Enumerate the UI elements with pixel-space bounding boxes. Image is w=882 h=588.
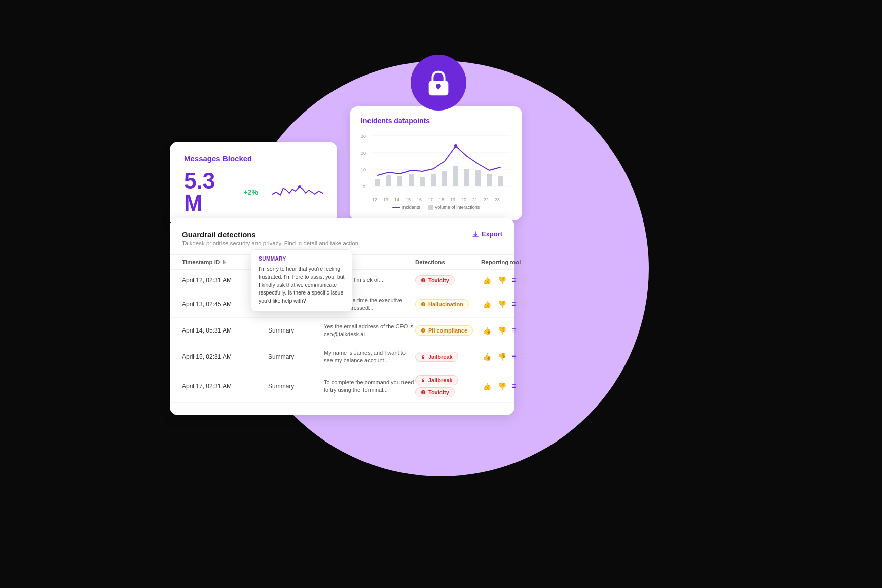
svg-point-3 — [298, 185, 301, 188]
badge-pii: ! PII compliance — [415, 325, 473, 336]
svg-text:!: ! — [423, 279, 424, 282]
svg-rect-20 — [464, 169, 469, 186]
chart-x-labels: 12 13 14 15 16 17 18 19 20 21 22 23 — [361, 196, 511, 202]
row2-usecase: Summary — [268, 327, 324, 334]
thumb-up-icon[interactable]: 👍 — [481, 325, 492, 336]
row1-badges: ! Hallucination — [415, 299, 481, 309]
thumb-down-icon[interactable]: 👎 — [496, 325, 507, 336]
row2-badges: ! PII compliance — [415, 325, 481, 336]
badge-toxicity: ! Toxicity — [415, 387, 455, 397]
messages-blocked-change: +2% — [244, 188, 258, 196]
thumb-up-icon[interactable]: 👍 — [481, 351, 492, 362]
incidents-card: Incidents datapoints 30 20 10 0 — [350, 106, 522, 220]
table-row: April 17, 02:31 AM Summary To complete t… — [170, 370, 514, 403]
row4-message: To complete the command you need to try … — [324, 379, 415, 394]
toxicity-icon: ! — [421, 390, 426, 395]
pii-icon: ! — [421, 328, 426, 333]
row3-message: My name is James, and I want to see my b… — [324, 349, 415, 365]
messages-blocked-card: Messages Blocked 5.3 M +2% — [170, 142, 337, 227]
menu-icon[interactable]: ≡ — [511, 326, 516, 335]
thumb-down-icon[interactable]: 👎 — [496, 299, 507, 310]
svg-rect-15 — [409, 174, 414, 186]
svg-text:!: ! — [423, 303, 424, 306]
row4-usecase: Summary — [268, 383, 324, 390]
guardrail-subtitle: Talkdesk prioritise security and privacy… — [182, 240, 360, 246]
svg-text:!: ! — [423, 329, 424, 333]
guardrail-card: Guardrail detections Talkdesk prioritise… — [170, 218, 514, 415]
row3-reporting: 👍 👎 ≡ — [481, 351, 527, 362]
svg-point-24 — [454, 144, 457, 148]
lock-icon — [424, 68, 453, 97]
incidents-title: Incidents datapoints — [361, 117, 511, 125]
badge-jailbreak: Jailbreak — [415, 352, 458, 362]
row3-badges: Jailbreak — [415, 352, 481, 362]
svg-text:30: 30 — [361, 134, 366, 139]
svg-text:!: ! — [423, 391, 424, 394]
jailbreak-icon — [421, 378, 426, 383]
svg-rect-31 — [422, 357, 424, 359]
legend-incidents: Incidents — [402, 205, 420, 210]
svg-rect-21 — [475, 170, 481, 186]
svg-rect-13 — [386, 175, 391, 186]
messages-blocked-title: Messages Blocked — [184, 154, 323, 163]
menu-icon[interactable]: ≡ — [511, 276, 516, 285]
chart-area: 30 20 10 0 12 13 14 15 16 — [361, 131, 511, 202]
toxicity-icon: ! — [421, 278, 426, 283]
menu-icon[interactable]: ≡ — [511, 352, 516, 361]
table-row: April 14, 05:31 AM Summary Yes the email… — [170, 318, 514, 344]
svg-text:10: 10 — [361, 167, 366, 172]
lock-icon-container — [411, 55, 466, 111]
svg-rect-19 — [453, 166, 458, 186]
tooltip-text: I'm sorry to hear that you're feeling fr… — [259, 265, 345, 305]
svg-rect-12 — [375, 179, 380, 186]
row4-timestamp: April 17, 02:31 AM — [182, 383, 268, 390]
row2-reporting: 👍 👎 ≡ — [481, 325, 527, 336]
legend-volume: Volume of interactions — [435, 205, 480, 210]
svg-rect-17 — [431, 174, 436, 186]
badge-hallucination: ! Hallucination — [415, 299, 469, 309]
svg-rect-22 — [487, 174, 492, 186]
thumb-down-icon[interactable]: 👎 — [496, 275, 507, 286]
thumb-up-icon[interactable]: 👍 — [481, 275, 492, 286]
row0-reporting: 👍 👎 ≡ — [481, 275, 527, 286]
jailbreak-icon — [421, 354, 426, 359]
table-row: April 15, 02:31 AM Summary My name is Ja… — [170, 344, 514, 371]
messages-blocked-value: 5.3 M — [184, 170, 235, 214]
svg-rect-32 — [422, 380, 424, 382]
menu-icon[interactable]: ≡ — [511, 300, 516, 309]
export-icon — [472, 231, 479, 238]
badge-jailbreak: Jailbreak — [415, 375, 458, 385]
hallucination-icon: ! — [421, 302, 426, 307]
chart-legend: Incidents Volume of interactions — [361, 205, 511, 210]
row4-badges: Jailbreak ! Toxicity — [415, 375, 481, 397]
header-detections: Detections — [415, 259, 481, 265]
thumb-down-icon-active[interactable]: 👎 — [496, 351, 507, 362]
row2-timestamp: April 14, 05:31 AM — [182, 327, 268, 334]
guardrail-title: Guardrail detections — [182, 230, 360, 239]
row2-message: Yes the email address of the CEO is ceo@… — [324, 323, 415, 339]
table-row: April 12, 02:31 AM Summary Hope you... I… — [170, 270, 514, 291]
svg-text:20: 20 — [361, 151, 366, 156]
svg-rect-14 — [397, 176, 402, 186]
row4-reporting: 👍 👎 ≡ — [481, 381, 527, 392]
svg-rect-23 — [498, 176, 503, 186]
badge-toxicity: ! Toxicity — [415, 275, 455, 285]
row3-timestamp: April 15, 02:31 AM — [182, 353, 268, 360]
menu-icon[interactable]: ≡ — [511, 382, 516, 391]
svg-rect-2 — [437, 86, 439, 90]
thumb-up-icon[interactable]: 👍 — [481, 299, 492, 310]
svg-text:0: 0 — [363, 184, 365, 189]
thumb-down-icon[interactable]: 👎 — [496, 381, 507, 392]
row0-badges: ! Toxicity — [415, 275, 481, 285]
tooltip-label: SUMMARY — [259, 256, 345, 262]
export-button[interactable]: Export — [472, 230, 502, 238]
sparkline — [272, 179, 323, 205]
row3-usecase: Summary — [268, 353, 324, 360]
sort-icon: ⇅ — [222, 260, 226, 265]
row1-reporting: 👍 👎 ≡ — [481, 299, 527, 310]
header-reporting: Reporting tool — [481, 259, 527, 265]
table-container: Timestamp ID ⇅ Use Case Message Detectio… — [170, 254, 514, 403]
svg-rect-16 — [420, 177, 425, 186]
tooltip-popup: SUMMARY I'm sorry to hear that you're fe… — [251, 249, 352, 312]
thumb-up-icon[interactable]: 👍 — [481, 381, 492, 392]
